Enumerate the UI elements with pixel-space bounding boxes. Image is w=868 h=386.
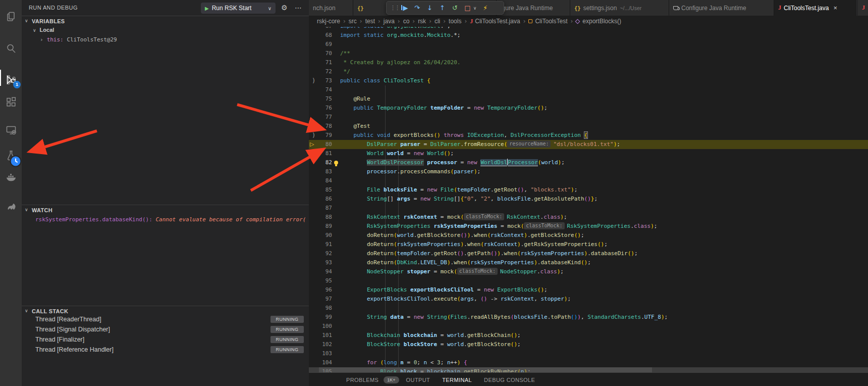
code-line-76[interactable]: 76 public TemporaryFolder tempFolder = n… xyxy=(309,104,868,113)
code-line-103[interactable]: 103 xyxy=(309,349,868,358)
line-number[interactable]: 97 xyxy=(318,295,332,304)
panel-tab-debug-console[interactable]: DEBUG CONSOLE xyxy=(484,377,535,383)
code-text[interactable]: processor.processCommands(parser); xyxy=(340,167,480,176)
line-number[interactable]: 85 xyxy=(318,185,332,195)
testing-icon[interactable] xyxy=(0,146,22,166)
call-stack-thread-row[interactable]: Thread [Signal Dispatcher]RUNNING xyxy=(22,324,309,334)
line-number[interactable]: 94 xyxy=(318,267,332,276)
line-number[interactable]: 93 xyxy=(318,258,332,267)
code-text[interactable]: World world = new World(); xyxy=(340,149,454,158)
code-line-83[interactable]: 83 processor.processCommands(parser); xyxy=(309,167,868,176)
breadcrumb-item-tools[interactable]: tools xyxy=(449,18,461,25)
line-number[interactable]: 76 xyxy=(318,104,332,113)
close-icon[interactable]: × xyxy=(833,5,837,11)
code-text[interactable]: String[] args = new String[]{"0", "2", b… xyxy=(340,195,598,204)
line-number[interactable]: 91 xyxy=(318,240,332,249)
code-text[interactable]: public class CliToolsTest { xyxy=(340,76,430,85)
line-number[interactable]: 69 xyxy=(318,40,332,49)
code-text[interactable]: /** xyxy=(340,49,350,58)
line-number[interactable]: 99 xyxy=(318,313,332,322)
editor-tab-CliToolsTest.java[interactable]: JCliToolsTest.java× xyxy=(774,0,856,16)
line-number[interactable]: 77 xyxy=(318,113,332,122)
call-stack-thread-row[interactable]: Thread [Reference Handler]RUNNING xyxy=(22,345,309,355)
code-text[interactable]: doReturn(DbKind.LEVEL_DB).when(rskSystem… xyxy=(340,258,591,267)
code-text[interactable]: Blockchain blockchain = world.getBlockCh… xyxy=(340,331,521,340)
editor-tab-icon-6[interactable]: J xyxy=(858,0,868,16)
variables-section-header[interactable]: ∨ VARIABLES xyxy=(22,16,309,26)
breadcrumb-item-exportBlocks()[interactable]: exportBlocks() xyxy=(576,18,621,25)
fold-arc-icon[interactable]: ) xyxy=(312,76,315,85)
code-line-84[interactable]: 84 xyxy=(309,176,868,185)
code-line-88[interactable]: 88 RskContext rskContext = mock(classToM… xyxy=(309,213,868,222)
breadcrumb-item-java[interactable]: java xyxy=(384,18,395,25)
line-number[interactable]: 82 xyxy=(318,158,332,167)
call-stack-thread-row[interactable]: Thread [Finalizer]RUNNING xyxy=(22,334,309,345)
docker-icon[interactable] xyxy=(0,167,22,187)
code-line-97[interactable]: 97 exportBlocksCliTool.execute(args, () … xyxy=(309,295,868,304)
line-number[interactable]: 102 xyxy=(318,340,332,349)
code-line-93[interactable]: 93 doReturn(DbKind.LEVEL_DB).when(rskSys… xyxy=(309,258,868,267)
code-line-104[interactable]: 104 for (long n = 0; n < 3; n++) { xyxy=(309,358,868,367)
code-line-96[interactable]: 96 ExportBlocks exportBlocksCliTool = ne… xyxy=(309,285,868,295)
code-line-77[interactable]: 77 xyxy=(309,113,868,122)
code-line-101[interactable]: 101 Blockchain blockchain = world.getBlo… xyxy=(309,331,868,340)
code-text[interactable]: RskContext rskContext = mock(classToMock… xyxy=(340,213,567,222)
line-number[interactable]: 96 xyxy=(318,285,332,295)
code-text[interactable]: doReturn(rskSystemProperties).when(rskCo… xyxy=(340,240,608,249)
step-over-icon[interactable]: ↷ xyxy=(412,4,422,12)
code-text[interactable]: DslParser parser = DslParser.fromResourc… xyxy=(340,140,620,149)
hot-code-replace-icon[interactable]: ⚡ xyxy=(480,4,490,12)
code-line-102[interactable]: 102 BlockStore blockStore = world.getBlo… xyxy=(309,340,868,349)
fold-arc-icon[interactable]: ) xyxy=(312,131,315,140)
line-number[interactable]: 88 xyxy=(318,213,332,222)
variable-this-row[interactable]: ›this: CliToolsTest@29 xyxy=(40,36,117,43)
stop-icon[interactable]: □ xyxy=(463,4,472,12)
code-line-72[interactable]: 72 */ xyxy=(309,67,868,76)
continue-icon[interactable]: ▶ xyxy=(400,4,409,12)
code-line-92[interactable]: 92 doReturn(tempFolder.getRoot().getPath… xyxy=(309,249,868,258)
panel-tab-output[interactable]: OUTPUT xyxy=(406,377,430,383)
line-number[interactable]: 86 xyxy=(318,195,332,204)
line-number[interactable]: 92 xyxy=(318,249,332,258)
breadcrumb-item-rskj-core[interactable]: rskj-core xyxy=(317,18,340,25)
line-number[interactable]: 83 xyxy=(318,167,332,176)
line-number[interactable]: 100 xyxy=(318,322,332,331)
code-line-99[interactable]: 99 String data = new String(Files.readAl… xyxy=(309,313,868,322)
gear-icon[interactable]: ⚙ xyxy=(281,4,288,12)
code-line-100[interactable]: 100 xyxy=(309,322,868,331)
line-number[interactable]: 75 xyxy=(318,94,332,104)
line-number[interactable]: 74 xyxy=(318,85,332,94)
code-text[interactable]: BlockStore blockStore = world.getBlockSt… xyxy=(340,340,521,349)
code-text[interactable]: @Test xyxy=(340,122,370,131)
line-number[interactable]: 70 xyxy=(318,49,332,58)
code-line-74[interactable]: 74 xyxy=(309,85,868,94)
line-number[interactable]: 80 xyxy=(318,140,332,149)
code-line-86[interactable]: 86 String[] args = new String[]{"0", "2"… xyxy=(309,195,868,204)
watch-section-header[interactable]: ∨ WATCH xyxy=(22,205,309,215)
line-number[interactable]: 84 xyxy=(318,176,332,185)
editor-tab-nch.json[interactable]: nch.json xyxy=(309,0,353,16)
code-line-78[interactable]: 78 @Test xyxy=(309,122,868,131)
code-line-91[interactable]: 91 doReturn(rskSystemProperties).when(rs… xyxy=(309,240,868,249)
chevron-down-icon[interactable]: ∨ xyxy=(268,6,272,11)
code-text[interactable]: WorldDslProcessor processor = new WorldD… xyxy=(340,158,565,167)
line-number[interactable]: 81 xyxy=(318,149,332,158)
panel-tab-problems[interactable]: PROBLEMS xyxy=(346,377,378,383)
code-text[interactable]: doReturn(world.getBlockStore()).when(rsk… xyxy=(340,231,584,240)
remote-explorer-icon[interactable] xyxy=(0,120,22,140)
breadcrumb-item-test[interactable]: test xyxy=(365,18,375,25)
code-text[interactable]: import static org.mockito.Mockito.*; xyxy=(340,31,460,40)
code-line-87[interactable]: 87 xyxy=(309,204,868,213)
code-text[interactable]: */ xyxy=(340,67,350,76)
breadcrumb-item-co[interactable]: co xyxy=(403,18,410,25)
line-number[interactable]: 71 xyxy=(318,58,332,67)
line-number[interactable]: 98 xyxy=(318,304,332,313)
watch-expression-row[interactable]: rskSystemProperties.databaseKind(): Cann… xyxy=(35,216,305,223)
code-line-89[interactable]: 89 RskSystemProperties rskSystemProperti… xyxy=(309,222,868,231)
code-text[interactable]: String data = new String(Files.readAllBy… xyxy=(340,313,668,322)
breadcrumb-item-src[interactable]: src xyxy=(349,18,357,25)
code-text[interactable]: doReturn(tempFolder.getRoot().getPath())… xyxy=(340,249,638,258)
step-out-icon[interactable]: ↑ xyxy=(438,4,447,12)
stop-chevron-icon[interactable]: ∨ xyxy=(472,6,477,11)
step-into-icon[interactable]: ↓ xyxy=(425,4,435,12)
